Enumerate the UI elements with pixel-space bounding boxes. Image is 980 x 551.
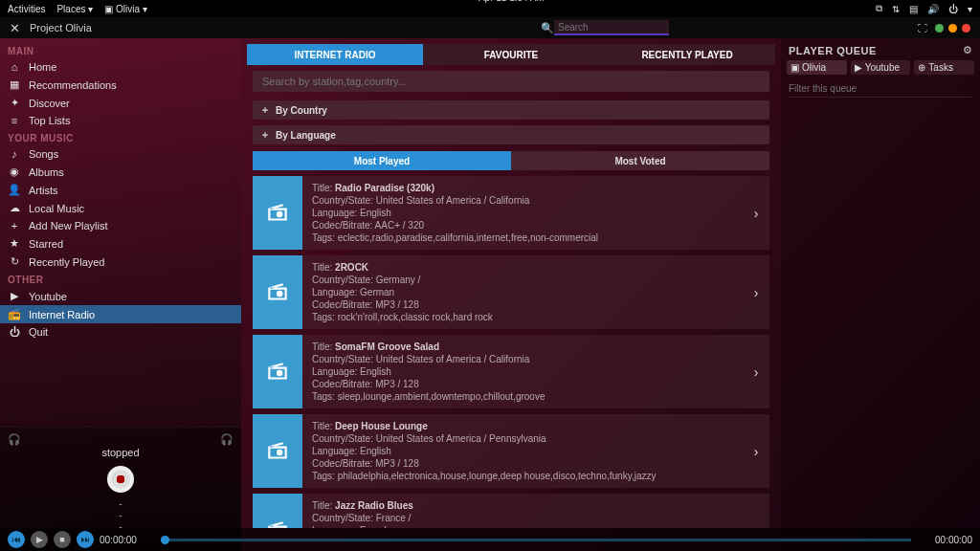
headphone-left-icon: 🎧 [8,433,21,446]
nav-icon: ♪ [8,148,21,160]
station-list: Title: Radio Paradise (320k)Country/Stat… [241,176,781,528]
player-queue-panel: PLAYER QUEUE ⚙ ▣Olivia ▶Youtube ⊕Tasks [781,38,980,551]
tab-most-played[interactable]: Most Played [253,151,511,170]
nav: MAIN⌂Home▦Recommendations✦Discover≡Top L… [0,38,241,427]
nav-label: Albums [29,166,64,178]
nav-icon: ⌂ [8,61,21,73]
sidebar-item-home[interactable]: ⌂Home [0,58,241,76]
tab-most-voted[interactable]: Most Voted [511,151,769,170]
nav-label: Discover [29,98,70,109]
accordion-by-country[interactable]: ＋ By Country [253,100,769,120]
dropbox-icon[interactable]: ⇅ [892,4,900,14]
nav-header: OTHER [0,271,241,287]
playback-status: stopped [101,447,139,458]
nav-icon: 👤 [8,184,21,196]
clock[interactable]: Apr 11 1:04 AM [147,0,876,26]
system-top-bar: Activities Places ▾ ▣ Olivia ▾ Apr 11 1:… [0,0,980,17]
nav-header: YOUR MUSIC [0,129,241,145]
sidebar: MAIN⌂Home▦Recommendations✦Discover≡Top L… [0,38,241,551]
sidebar-item-top-lists[interactable]: ≡Top Lists [0,112,241,129]
nav-label: Home [29,61,56,73]
nav-icon: ◉ [8,165,21,178]
sidebar-item-internet-radio[interactable]: 📻Internet Radio [0,305,241,323]
app-body: MAIN⌂Home▦Recommendations✦Discover≡Top L… [0,38,980,551]
nav-label: Add New Playlist [29,220,108,231]
sidebar-item-recently-played[interactable]: ↻Recently Played [0,253,241,271]
tab-recently-played[interactable]: RECENTLY PLAYED [599,44,775,65]
sidebar-item-local-music[interactable]: ☁Local Music [0,199,241,217]
nav-label: Starred [29,238,63,250]
activities[interactable]: Activities [8,4,45,14]
sort-tabs: Most Played Most Voted [253,151,769,170]
station-icon [253,176,302,250]
sidebar-item-discover[interactable]: ✦Discover [0,94,241,112]
station-row[interactable]: Title: SomaFM Groove SaladCountry/State:… [253,335,769,408]
window-title: Project Olivia [30,22,92,33]
station-info: Title: 2ROCKCountry/State: Germany /Lang… [302,255,743,329]
sidebar-item-starred[interactable]: ★Starred [0,234,241,253]
nav-label: Recently Played [29,256,105,268]
nav-icon: ▶ [8,290,21,302]
next-button[interactable]: ⏭ [77,531,94,548]
station-row[interactable]: Title: Radio Paradise (320k)Country/Stat… [253,176,769,250]
nav-icon: ☁ [8,202,21,214]
station-row[interactable]: Title: Jazz Radio BluesCountry/State: Fr… [253,494,769,528]
prev-button[interactable]: ⏮ [8,531,25,548]
places-menu[interactable]: Places ▾ [56,4,93,14]
sidebar-item-albums[interactable]: ◉Albums [0,163,241,181]
search-icon: 🔍 [541,22,554,34]
close-icon[interactable]: ✕ [10,21,20,35]
network-icon[interactable]: ▤ [909,4,918,14]
headphone-right-icon: 🎧 [220,433,234,446]
nav-icon: + [8,220,21,231]
accordion-by-language[interactable]: ＋ By Language [253,125,769,144]
gear-icon[interactable]: ⚙ [963,44,972,56]
queue-tab-tasks[interactable]: ⊕Tasks [914,60,974,75]
nav-icon: ★ [8,237,21,250]
station-info: Title: Jazz Radio BluesCountry/State: Fr… [302,494,743,528]
station-info: Title: Deep House LoungeCountry/State: U… [302,414,743,488]
power-icon[interactable]: ⏻ [948,4,958,14]
sidebar-item-quit[interactable]: ⏻Quit [0,323,241,341]
chevron-right-icon[interactable]: › [743,414,769,488]
sidebar-item-add-new-playlist[interactable]: +Add New Playlist [0,217,241,234]
minimize-button[interactable] [935,24,944,33]
station-icon [253,414,302,488]
close-button[interactable] [962,24,970,33]
volume-icon[interactable]: 🔊 [927,4,939,14]
tray-icon[interactable]: ⧉ [876,3,882,14]
dropdown-icon[interactable]: ▾ [968,4,972,14]
maximize-icon[interactable]: ⛶ [918,23,927,33]
nav-icon: 📻 [8,308,21,320]
app-menu[interactable]: ▣ Olivia ▾ [104,4,147,14]
time-total: 00:00:00 [924,535,972,545]
queue-filter-input[interactable] [789,80,972,98]
sidebar-item-songs[interactable]: ♪Songs [0,145,241,163]
chevron-right-icon[interactable]: › [743,335,769,408]
sidebar-item-artists[interactable]: 👤Artists [0,181,241,199]
nav-label: Quit [29,326,48,338]
play-button[interactable]: ▶ [31,531,48,548]
station-icon [253,494,302,528]
sidebar-item-recommendations[interactable]: ▦Recommendations [0,76,241,94]
global-search-input[interactable] [554,20,669,35]
tab-internet-radio[interactable]: INTERNET RADIO [247,44,423,65]
chevron-right-icon[interactable]: › [743,176,769,250]
chevron-right-icon[interactable]: › [743,494,769,528]
nav-label: Artists [29,185,58,196]
chevron-right-icon[interactable]: › [743,255,769,329]
nav-icon: ⏻ [8,326,21,338]
nav-label: Youtube [29,291,67,302]
station-row[interactable]: Title: 2ROCKCountry/State: Germany /Lang… [253,255,769,329]
seek-bar[interactable] [161,539,911,541]
maximize-button[interactable] [948,24,957,33]
nav-icon: ≡ [8,115,21,126]
queue-tab-olivia[interactable]: ▣Olivia [787,60,847,75]
sidebar-item-youtube[interactable]: ▶Youtube [0,287,241,305]
station-search-input[interactable] [253,71,769,92]
tab-favourite[interactable]: FAVOURITE [423,44,599,65]
queue-tab-youtube[interactable]: ▶Youtube [851,60,911,75]
nav-icon: ↻ [8,255,21,268]
stop-button[interactable]: ■ [54,531,71,548]
station-row[interactable]: Title: Deep House LoungeCountry/State: U… [253,414,769,488]
